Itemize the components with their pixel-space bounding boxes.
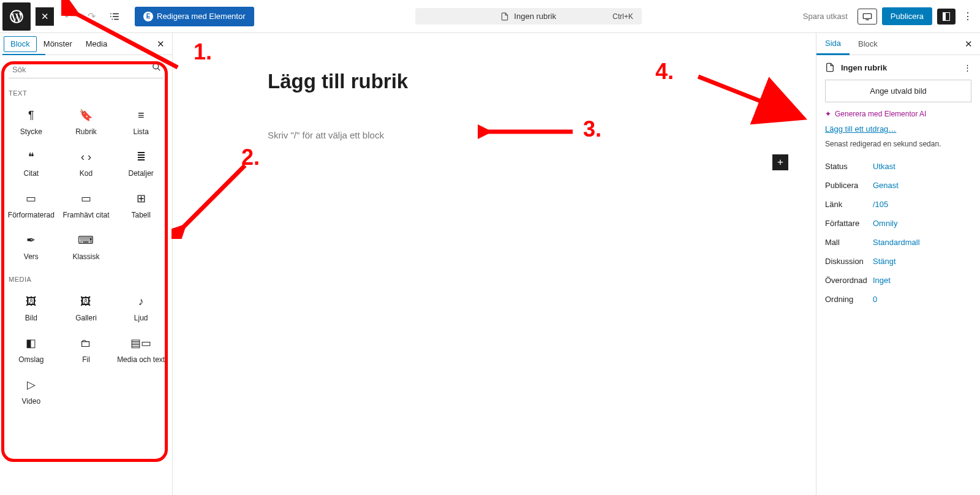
block-omslag[interactable]: ◧Omslag — [4, 328, 59, 370]
detaljer-icon: ≣ — [137, 151, 146, 163]
page-title-text: Ingen rubrik — [514, 12, 556, 21]
elementor-icon: E — [143, 12, 153, 21]
edit-with-elementor-button[interactable]: E Redigera med Elementor — [135, 7, 254, 26]
doc-actions-icon[interactable]: ⋮ — [963, 63, 971, 72]
block-galleri[interactable]: 🖼Galleri — [59, 287, 114, 328]
bild-icon: 🖼 — [26, 295, 37, 308]
category-text-label: TEXT — [0, 81, 172, 100]
meta-row-överordnad: ÖverordnadInget — [816, 271, 980, 290]
shortcut-label: Ctrl+K — [612, 12, 633, 21]
block-video[interactable]: ▷Video — [4, 370, 59, 412]
search-input[interactable] — [9, 61, 164, 78]
rubrik-icon: 🔖 — [79, 109, 92, 121]
tab-page[interactable]: Sida — [816, 33, 850, 55]
options-menu-icon[interactable]: ⋮ — [960, 10, 975, 22]
meta-row-författare: FörfattareOmnily — [816, 214, 980, 233]
galleri-icon: 🖼 — [80, 295, 91, 308]
title-input[interactable]: Lägg till rubrik — [268, 70, 696, 93]
page-title-pill[interactable]: Ingen rubrik Ctrl+K — [415, 8, 642, 25]
förformaterad-icon: ▭ — [26, 192, 36, 205]
block-klassisk[interactable]: ⌨Klassisk — [59, 225, 114, 267]
meta-value-publicera[interactable]: Genast — [873, 181, 899, 190]
search-icon — [152, 62, 161, 74]
top-toolbar: ✕ ↶ ↷ E Redigera med Elementor Ingen rub… — [0, 0, 980, 33]
block-lista[interactable]: ≡Lista — [113, 100, 168, 142]
tab-patterns[interactable]: Mönster — [37, 36, 79, 52]
close-sidebar-icon[interactable]: ✕ — [957, 39, 980, 50]
svg-rect-6 — [863, 13, 871, 18]
omslag-icon: ◧ — [26, 337, 36, 349]
page-icon — [500, 12, 509, 21]
desktop-icon — [862, 13, 872, 20]
meta-value-författare[interactable]: Omnily — [873, 219, 897, 228]
media-och-text-icon: ▤▭ — [130, 337, 151, 349]
meta-row-diskussion: DiskussionStängt — [816, 252, 980, 271]
block-rubrik[interactable]: 🔖Rubrik — [59, 100, 114, 142]
block-ljud[interactable]: ♪Ljud — [113, 287, 168, 328]
klassisk-icon: ⌨ — [78, 234, 94, 246]
block-framhävt-citat[interactable]: ▭Framhävt citat — [59, 184, 114, 225]
meta-value-diskussion[interactable]: Stängt — [873, 257, 896, 266]
lista-icon: ≡ — [138, 109, 145, 121]
block-kod[interactable]: ‹ ›Kod — [59, 142, 114, 184]
block-bild[interactable]: 🖼Bild — [4, 287, 59, 328]
page-icon — [825, 62, 835, 72]
meta-row-publicera: PubliceraGenast — [816, 176, 980, 195]
meta-value-status[interactable]: Utkast — [873, 162, 895, 171]
close-inserter-icon[interactable]: ✕ — [153, 39, 168, 50]
tab-block[interactable]: Block — [850, 33, 886, 55]
category-media-label: MEDIA — [0, 267, 172, 287]
block-förformaterad[interactable]: ▭Förformaterad — [4, 184, 59, 225]
publish-button[interactable]: Publicera — [882, 7, 932, 25]
close-inserter-button[interactable]: ✕ — [36, 7, 54, 26]
set-featured-image-button[interactable]: Ange utvald bild — [825, 80, 971, 102]
sidebar-doc-title: Ingen rubrik — [841, 63, 887, 72]
meta-row-ordning: Ordning0 — [816, 290, 980, 309]
inserter-tabs: Block Mönster Media ✕ — [0, 33, 172, 55]
preview-button[interactable] — [858, 9, 877, 25]
block-media-och-text[interactable]: ▤▭Media och text — [113, 328, 168, 370]
settings-sidebar: Sida Block ✕ Ingen rubrik ⋮ Ange utvald … — [816, 33, 980, 495]
svg-line-9 — [157, 68, 160, 70]
ljud-icon: ♪ — [138, 295, 144, 308]
body-input[interactable]: Skriv "/" för att välja ett block — [268, 130, 696, 140]
document-overview-icon[interactable] — [105, 7, 124, 26]
fil-icon: 🗀 — [80, 337, 91, 349]
video-icon: ▷ — [27, 379, 36, 391]
tabell-icon: ⊞ — [137, 192, 146, 205]
meta-value-ordning[interactable]: 0 — [873, 295, 877, 304]
meta-value-länk[interactable]: /105 — [873, 200, 888, 209]
block-tabell[interactable]: ⊞Tabell — [113, 184, 168, 225]
settings-panel-toggle[interactable] — [937, 9, 956, 25]
wordpress-logo[interactable] — [2, 2, 31, 31]
block-stycke[interactable]: ¶Stycke — [4, 100, 59, 142]
block-citat[interactable]: ❝Citat — [4, 142, 59, 184]
tab-blocks[interactable]: Block — [4, 36, 37, 52]
save-draft-link[interactable]: Spara utkast — [803, 12, 848, 21]
meta-row-status: StatusUtkast — [816, 157, 980, 176]
vers-icon: ✒ — [26, 234, 36, 246]
kod-icon: ‹ › — [81, 151, 91, 163]
block-detaljer[interactable]: ≣Detaljer — [113, 142, 168, 184]
elementor-label: Redigera med Elementor — [157, 12, 246, 21]
block-vers[interactable]: ✒Vers — [4, 225, 59, 267]
meta-row-mall: MallStandardmall — [816, 233, 980, 252]
framhävt-citat-icon: ▭ — [81, 192, 91, 205]
editor-canvas: Lägg till rubrik Skriv "/" för att välja… — [173, 33, 816, 495]
add-excerpt-link[interactable]: Lägg till ett utdrag… — [816, 124, 980, 140]
citat-icon: ❝ — [28, 151, 34, 163]
svg-point-8 — [153, 64, 159, 69]
stycke-icon: ¶ — [28, 109, 34, 121]
elementor-ai-link[interactable]: ✦ Generera med Elementor AI — [816, 110, 980, 124]
block-fil[interactable]: 🗀Fil — [59, 328, 114, 370]
tab-media[interactable]: Media — [79, 36, 114, 52]
block-inserter-panel: Block Mönster Media ✕ TEXT ¶Stycke🔖Rubri… — [0, 33, 173, 495]
undo-icon[interactable]: ↶ — [59, 7, 77, 26]
meta-value-mall[interactable]: Standardmall — [873, 238, 920, 247]
last-edited-text: Senast redigerad en sekund sedan. — [816, 140, 980, 157]
meta-value-överordnad[interactable]: Inget — [873, 276, 891, 285]
add-block-button[interactable]: + — [772, 154, 788, 170]
meta-row-länk: Länk/105 — [816, 195, 980, 214]
redo-icon[interactable]: ↷ — [82, 7, 100, 26]
